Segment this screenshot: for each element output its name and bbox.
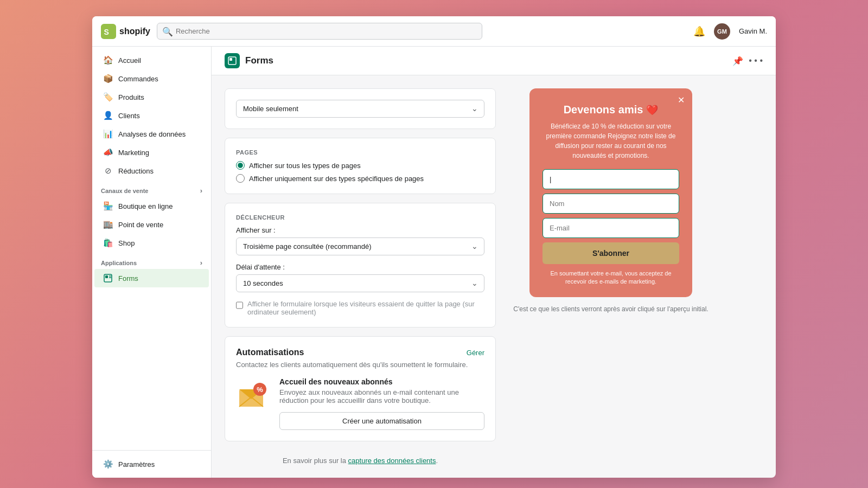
clients-icon: 👤 — [103, 111, 113, 120]
trigger-section-label: DÉCLENCHEUR — [236, 214, 484, 221]
automation-title: Automatisations — [236, 348, 304, 357]
pages-specific-radio[interactable] — [236, 174, 245, 183]
sidebar-item-commandes[interactable]: 📦 Commandes — [94, 69, 209, 88]
user-name: Gavin M. — [739, 27, 767, 35]
pages-section-label: PAGES — [236, 149, 484, 156]
delay-select-wrap[interactable]: 10 secondes 5 secondes20 secondes30 seco… — [236, 274, 484, 292]
avatar: GM — [714, 23, 730, 40]
sidebar-item-label: Produits — [118, 93, 144, 101]
preview-lastname-input[interactable] — [542, 194, 679, 214]
sidebar-item-analyses[interactable]: 📊 Analyses de données — [94, 125, 209, 143]
device-select-wrap[interactable]: Mobile seulement Tous les appareilsOrdin… — [236, 100, 484, 118]
sidebar-item-label: Shop — [118, 239, 135, 247]
automation-item-description: Envoyez aux nouveaux abonnés un e-mail c… — [279, 388, 484, 404]
preview-title: Devenons amis ❤️ — [542, 104, 679, 116]
svg-text:%: % — [257, 386, 263, 394]
sidebar-item-label: Réductions — [118, 167, 154, 175]
delay-select[interactable]: 10 secondes 5 secondes20 secondes30 seco… — [236, 274, 484, 292]
sidebar-item-label: Commandes — [118, 75, 158, 83]
pin-icon[interactable]: 📌 — [732, 56, 743, 66]
automation-item-title: Accueil des nouveaux abonnés — [279, 377, 484, 386]
automation-card: Automatisations Gérer Contactez les clie… — [225, 336, 496, 441]
shopify-logo: S shopify — [101, 24, 150, 39]
email-illustration: % — [236, 377, 271, 412]
sidebar-item-label: Clients — [118, 112, 140, 120]
notification-bell-icon[interactable]: 🔔 — [693, 25, 705, 37]
pos-icon: 🏬 — [103, 220, 113, 229]
sidebar-item-shop[interactable]: 🛍️ Shop — [94, 234, 209, 252]
preview-column: ✕ Devenons amis ❤️ Bénéficiez de 10 % de… — [513, 88, 709, 465]
trigger-card: DÉCLENCHEUR Afficher sur : Troisième pag… — [225, 203, 496, 328]
preview-close-icon[interactable]: ✕ — [678, 95, 685, 105]
preview-email-input[interactable] — [542, 218, 679, 238]
discounts-icon: ⊘ — [103, 166, 113, 176]
sidebar-item-clients[interactable]: 👤 Clients — [94, 106, 209, 125]
automation-description: Contactez les clients automatiquement dè… — [236, 361, 484, 369]
search-icon: 🔍 — [162, 26, 173, 36]
sidebar-item-label: Marketing — [118, 149, 149, 157]
sidebar-item-marketing[interactable]: 📣 Marketing — [94, 143, 209, 162]
search-bar[interactable]: 🔍 — [157, 23, 482, 40]
page-header-icon — [225, 53, 240, 68]
sidebar-item-accueil[interactable]: 🏠 Accueil — [94, 51, 209, 69]
sidebar: 🏠 Accueil 📦 Commandes 🏷️ Produits 👤 Clie… — [92, 47, 212, 478]
automation-item: % Accueil des nouveaux abonnés Envoyez a… — [236, 377, 484, 430]
pages-specific-label: Afficher uniquement sur des types spécif… — [249, 175, 424, 183]
canaux-section-label: Canaux de vente › — [92, 180, 211, 197]
svg-text:S: S — [104, 27, 109, 36]
sidebar-item-label: Paramètres — [118, 460, 155, 468]
analytics-icon: 📊 — [103, 129, 113, 139]
device-select[interactable]: Mobile seulement Tous les appareilsOrdin… — [236, 100, 484, 118]
sidebar-item-forms[interactable]: Forms — [94, 269, 209, 287]
manage-link[interactable]: Gérer — [467, 349, 484, 357]
settings-icon: ⚙️ — [103, 459, 113, 469]
sidebar-item-reductions[interactable]: ⊘ Réductions — [94, 162, 209, 180]
applications-section-label: Applications › — [92, 252, 211, 269]
heart-icon: ❤️ — [646, 104, 658, 116]
pages-all-option[interactable]: Afficher sur tous les types de pages — [236, 161, 484, 170]
preview-description: Bénéficiez de 10 % de réduction sur votr… — [542, 121, 679, 160]
trigger-select[interactable]: Troisième page consultée (recommandé) Pr… — [236, 237, 484, 255]
sidebar-item-boutique[interactable]: 🏪 Boutique en ligne — [94, 197, 209, 215]
svg-rect-3 — [105, 275, 108, 278]
exit-intent-checkbox[interactable] — [236, 301, 243, 310]
canaux-chevron-icon: › — [200, 187, 202, 195]
shop-icon: 🛍️ — [103, 238, 113, 248]
exit-intent-option[interactable]: Afficher le formulaire lorsque les visit… — [236, 300, 484, 316]
automation-item-content: Accueil des nouveaux abonnés Envoyez aux… — [279, 377, 484, 430]
device-card: Mobile seulement Tous les appareilsOrdin… — [225, 88, 496, 129]
sidebar-item-label: Analyses de données — [118, 130, 186, 138]
home-icon: 🏠 — [103, 55, 113, 65]
pages-specific-option[interactable]: Afficher uniquement sur des types spécif… — [236, 174, 484, 183]
store-icon: 🏪 — [103, 201, 113, 211]
logo-text: shopify — [119, 27, 150, 36]
sidebar-item-parametres[interactable]: ⚙️ Paramètres — [94, 455, 209, 473]
forms-icon — [103, 273, 113, 283]
pages-radio-group: Afficher sur tous les types de pages Aff… — [236, 161, 484, 183]
preview-caption: C'est ce que les clients verront après a… — [513, 305, 708, 314]
sidebar-item-produits[interactable]: 🏷️ Produits — [94, 88, 209, 106]
preview-firstname-input[interactable] — [542, 169, 679, 189]
exit-intent-label: Afficher le formulaire lorsque les visit… — [247, 300, 484, 316]
sidebar-item-point-vente[interactable]: 🏬 Point de vente — [94, 215, 209, 234]
sidebar-item-label: Accueil — [118, 56, 141, 65]
trigger-select-wrap[interactable]: Troisième page consultée (recommandé) Pr… — [236, 237, 484, 255]
page-title: Forms — [245, 55, 273, 66]
pages-card: PAGES Afficher sur tous les types de pag… — [225, 138, 496, 194]
search-input[interactable] — [157, 23, 482, 40]
data-capture-link[interactable]: capture des données clients — [348, 457, 436, 465]
create-automation-button[interactable]: Créer une automatisation — [279, 412, 484, 430]
main-content: Forms 📌 • • • Mobile seulement Tous les … — [212, 47, 776, 478]
delay-label: Délai d'attente : — [236, 263, 484, 271]
more-options-icon[interactable]: • • • — [749, 56, 763, 66]
applications-chevron-icon: › — [200, 259, 202, 267]
marketing-icon: 📣 — [103, 147, 113, 157]
pages-all-label: Afficher sur tous les types de pages — [249, 162, 361, 170]
sidebar-item-label: Forms — [118, 274, 138, 282]
footer-text: En savoir plus sur la capture des donnée… — [225, 450, 496, 465]
svg-rect-6 — [228, 57, 236, 65]
preview-card: ✕ Devenons amis ❤️ Bénéficiez de 10 % de… — [529, 88, 692, 297]
shopify-logo-icon: S — [101, 24, 116, 39]
pages-all-radio[interactable] — [236, 161, 245, 170]
preview-subscribe-button[interactable]: S'abonner — [542, 242, 679, 264]
